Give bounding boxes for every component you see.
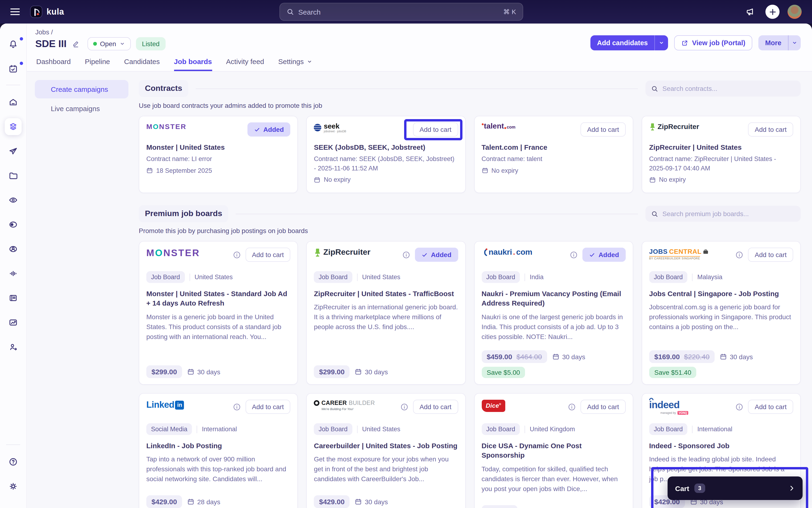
- category-chip: Job Board: [146, 271, 185, 283]
- tab-settings[interactable]: Settings: [278, 57, 312, 71]
- schedule-calendar-icon[interactable]: [5, 60, 21, 77]
- contracts-search-input[interactable]: [662, 85, 795, 92]
- region-label: International: [698, 426, 732, 433]
- notification-dot: [20, 62, 23, 65]
- added-label: Added: [263, 126, 284, 133]
- contract-expiry: 18 September 2025: [146, 167, 290, 174]
- tab-job-boards[interactable]: Job boards: [174, 57, 212, 71]
- info-icon[interactable]: [568, 403, 576, 411]
- page-body: Create campaigns Live campaigns Contract…: [27, 72, 812, 508]
- info-icon[interactable]: [233, 251, 241, 259]
- notifications-bell-icon[interactable]: [5, 36, 21, 53]
- info-icon[interactable]: [402, 251, 410, 259]
- add-to-cart-button[interactable]: Add to cart: [245, 400, 290, 414]
- add-to-cart-button[interactable]: Add to cart: [580, 122, 625, 136]
- premium-card-ziprecruiter: ZipRecruiter Added Job: [306, 241, 466, 385]
- product-title: Careerbuilder | United States - Job Post…: [314, 441, 458, 451]
- breadcrumb[interactable]: Jobs /: [35, 28, 165, 36]
- chevron-down-icon: [306, 58, 312, 64]
- check-icon: [254, 126, 260, 132]
- sidebar-notes-icon[interactable]: [5, 290, 21, 306]
- info-icon[interactable]: [233, 403, 241, 411]
- add-to-cart-button[interactable]: Add to cart: [748, 248, 793, 262]
- tab-bar: Dashboard Pipeline Candidates Job boards…: [35, 57, 801, 71]
- nav-create-campaigns[interactable]: Create campaigns: [35, 80, 129, 98]
- sidebar-home-icon[interactable]: [5, 94, 21, 111]
- global-search[interactable]: ⌘ K: [279, 3, 523, 21]
- help-icon[interactable]: [5, 453, 21, 470]
- contract-card-monster: MONSTER Added Monster | United States Co…: [139, 116, 298, 193]
- avatar[interactable]: [787, 5, 802, 19]
- add-to-cart-button[interactable]: Add to cart: [413, 122, 458, 136]
- added-button[interactable]: Added: [247, 122, 290, 136]
- add-to-cart-button[interactable]: Add to cart: [580, 400, 625, 414]
- tab-dashboard[interactable]: Dashboard: [36, 57, 71, 71]
- add-to-cart-button[interactable]: Add to cart: [748, 122, 793, 136]
- info-icon[interactable]: [570, 251, 578, 259]
- page-header: Jobs / SDE III Open Listed: [27, 24, 812, 72]
- price-chip: $459.00$464.00: [481, 350, 547, 363]
- info-icon[interactable]: [400, 403, 409, 411]
- contracts-search[interactable]: [646, 81, 801, 96]
- nav-live-campaigns[interactable]: Live campaigns: [35, 98, 129, 113]
- sidebar-referrals-icon[interactable]: [5, 339, 21, 355]
- premium-search[interactable]: [646, 206, 801, 222]
- tab-candidates[interactable]: Candidates: [124, 57, 160, 71]
- sidebar-analytics-icon[interactable]: [5, 314, 21, 331]
- tab-activity-feed[interactable]: Activity feed: [226, 57, 264, 71]
- view-job-portal-button[interactable]: View job (Portal): [674, 35, 753, 50]
- cart-bar[interactable]: Cart 3: [668, 476, 803, 500]
- more-button[interactable]: More: [759, 35, 801, 50]
- chevron-down-icon[interactable]: [655, 40, 668, 46]
- sidebar-sourcing-eye-icon[interactable]: [5, 192, 21, 209]
- sidebar-contacts-icon[interactable]: [5, 241, 21, 258]
- contract-name: Contract name: LI error: [146, 155, 290, 164]
- hamburger-menu-icon[interactable]: [10, 8, 20, 15]
- add-to-cart-button[interactable]: Add to cart: [413, 400, 458, 414]
- app-root: kula ⌘ K: [0, 0, 812, 508]
- check-icon: [422, 252, 428, 258]
- sidebar-insights-icon[interactable]: [5, 216, 21, 233]
- gear-icon[interactable]: [5, 478, 21, 495]
- premium-card-linkedin: Linkedin Add to cart Social MediaInterna…: [139, 393, 298, 508]
- added-label: Added: [599, 251, 619, 258]
- add-to-cart-label: Add to cart: [252, 251, 284, 258]
- job-status-dropdown[interactable]: Open: [87, 37, 131, 50]
- info-icon[interactable]: [735, 403, 744, 411]
- price: $429.00: [319, 498, 345, 506]
- product-description: Today, competition for skilled, qualifie…: [481, 464, 626, 494]
- info-icon[interactable]: [735, 251, 744, 259]
- search-icon: [287, 8, 294, 15]
- sidebar-voice-icon[interactable]: [5, 265, 21, 282]
- jobscentral-logo: JOBSCENTRAL BY CAREERBUILDER SINGAPORE: [649, 248, 709, 260]
- tab-pipeline[interactable]: Pipeline: [85, 57, 110, 71]
- brand[interactable]: kula: [30, 6, 64, 18]
- tab-settings-label: Settings: [278, 57, 304, 66]
- premium-card-dice: Dice® Add to cart Job BoardUnited Kingdo…: [474, 393, 633, 508]
- global-search-input[interactable]: [298, 8, 499, 16]
- price-chip: $169.00$220.40: [649, 350, 715, 363]
- add-candidates-button[interactable]: Add candidates: [590, 35, 668, 50]
- sidebar-campaigns-icon[interactable]: [5, 143, 21, 160]
- premium-section-title: Premium job boards: [139, 205, 228, 222]
- kula-logo-icon: [30, 6, 42, 18]
- sidebar-folder-icon[interactable]: [5, 167, 21, 184]
- more-label: More: [759, 39, 788, 47]
- duration: 30 days: [552, 353, 585, 361]
- premium-search-input[interactable]: [662, 210, 795, 217]
- added-button[interactable]: Added: [415, 248, 458, 262]
- add-to-cart-button[interactable]: Add to cart: [748, 400, 793, 414]
- added-button[interactable]: Added: [582, 248, 625, 262]
- megaphone-icon[interactable]: [743, 5, 757, 19]
- contracts-section-title: Contracts: [139, 80, 188, 97]
- contract-expiry: No expiry: [314, 176, 458, 183]
- chevron-down-icon[interactable]: [789, 40, 801, 46]
- edit-title-pencil-icon[interactable]: [72, 40, 79, 48]
- sidebar-jobs-icon[interactable]: [5, 118, 21, 135]
- add-to-cart-button[interactable]: Add to cart: [245, 248, 290, 262]
- briefcase-icon: [703, 249, 709, 254]
- add-new-button[interactable]: [765, 5, 779, 19]
- calendar-icon: [355, 498, 362, 505]
- naukri-swoosh-icon: [481, 248, 488, 257]
- check-icon: [589, 252, 595, 258]
